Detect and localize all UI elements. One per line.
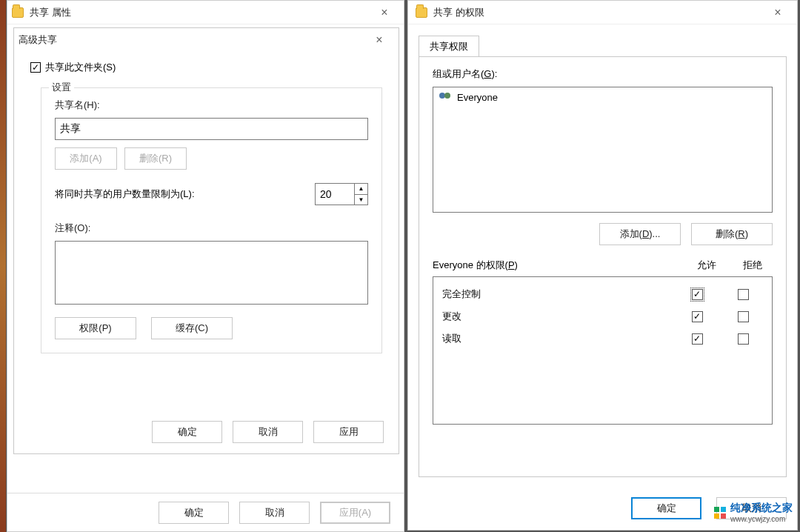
- tab-share-permissions[interactable]: 共享权限: [419, 36, 479, 57]
- watermark-url: www.ycwjzy.com: [730, 515, 793, 523]
- caching-button[interactable]: 缓存(C): [151, 317, 233, 339]
- perm-row-change: 更改: [442, 305, 763, 327]
- permissions-header: Everyone 的权限(P) 允许 拒绝: [433, 259, 773, 272]
- deny-read-checkbox[interactable]: [738, 333, 749, 345]
- deny-change-checkbox[interactable]: [738, 311, 749, 322]
- allow-read-checkbox[interactable]: [692, 333, 703, 345]
- titlebar: 共享 属性 ×: [7, 1, 404, 24]
- adv-apply-button[interactable]: 应用: [313, 421, 384, 443]
- permissions-box: 完全控制 更改 读取: [433, 276, 773, 425]
- tab-strip: 共享权限: [419, 35, 797, 56]
- share-this-folder-label: 共享此文件夹(S): [45, 61, 116, 74]
- col-allow: 允许: [681, 259, 733, 272]
- tab-panel: 组或用户名(G): Everyone 添加(D)... 删除(R) Everyo…: [419, 56, 787, 477]
- group-or-users-label: 组或用户名(G):: [433, 67, 773, 81]
- comment-label: 注释(O):: [55, 222, 368, 235]
- perm-row-read: 读取: [442, 327, 763, 350]
- allow-full-control-checkbox[interactable]: [692, 289, 703, 300]
- close-icon[interactable]: ×: [763, 6, 793, 19]
- watermark: 纯净系统之家 www.ycwjzy.com: [714, 502, 793, 523]
- perm-ok-button[interactable]: 确定: [631, 497, 701, 519]
- watermark-logo-icon: [714, 507, 726, 519]
- share-name-input[interactable]: [55, 118, 368, 140]
- adv-cancel-button[interactable]: 取消: [233, 421, 303, 443]
- close-icon[interactable]: ×: [370, 6, 399, 19]
- folder-icon: [12, 7, 24, 18]
- watermark-brand: 纯净系统之家: [730, 502, 793, 513]
- close-icon[interactable]: ×: [364, 33, 394, 47]
- titlebar: 共享 的权限 ×: [408, 1, 797, 24]
- window-title: 共享 属性: [30, 6, 370, 19]
- spinner-arrows[interactable]: ▲ ▼: [354, 184, 367, 205]
- window-title: 高级共享: [19, 33, 364, 47]
- settings-group: 设置 共享名(H): 添加(A) 删除(R) 将同时共享的用户数量限制为(L):…: [41, 87, 382, 353]
- props-cancel-button[interactable]: 取消: [239, 502, 310, 524]
- adv-ok-button[interactable]: 确定: [152, 421, 222, 443]
- spinner-down-icon[interactable]: ▼: [355, 195, 367, 205]
- props-ok-button[interactable]: 确定: [159, 502, 229, 524]
- comment-textarea[interactable]: [55, 241, 368, 305]
- settings-legend: 设置: [49, 81, 74, 94]
- window-title: 共享 的权限: [433, 6, 763, 19]
- share-this-folder-checkbox[interactable]: [30, 62, 41, 73]
- spinner-up-icon[interactable]: ▲: [355, 184, 367, 195]
- users-listbox[interactable]: Everyone: [433, 87, 773, 213]
- user-limit-spinner[interactable]: ▲ ▼: [315, 183, 368, 205]
- list-item[interactable]: Everyone: [436, 90, 769, 104]
- col-deny: 拒绝: [733, 259, 773, 272]
- sharing-properties-dialog: 共享 属性 × 高级共享 × 共享此文件夹(S) 设置 共享名(H): 添加(A…: [7, 0, 404, 532]
- permissions-for-label: Everyone 的权限(P): [433, 259, 681, 272]
- share-this-folder-row[interactable]: 共享此文件夹(S): [30, 61, 382, 74]
- add-user-button[interactable]: 添加(D)...: [599, 223, 681, 245]
- remove-share-button[interactable]: 删除(R): [124, 147, 187, 170]
- share-name-label: 共享名(H):: [55, 99, 368, 112]
- perm-row-full-control: 完全控制: [442, 283, 763, 305]
- allow-change-checkbox[interactable]: [692, 311, 703, 322]
- user-limit-input[interactable]: [316, 184, 354, 205]
- limit-label: 将同时共享的用户数量限制为(L):: [55, 187, 195, 201]
- desktop-edge: [0, 0, 6, 532]
- advanced-sharing-dialog: 高级共享 × 共享此文件夹(S) 设置 共享名(H): 添加(A) 删除(R) …: [13, 27, 399, 454]
- remove-user-button[interactable]: 删除(R): [691, 223, 773, 245]
- add-share-button[interactable]: 添加(A): [55, 147, 117, 170]
- list-item-label: Everyone: [457, 92, 498, 103]
- titlebar: 高级共享 ×: [14, 28, 399, 52]
- props-apply-button[interactable]: 应用(A): [320, 502, 390, 524]
- folder-icon: [416, 7, 427, 18]
- share-permissions-dialog: 共享 的权限 × 共享权限 组或用户名(G): Everyone 添加(D)..…: [407, 0, 798, 531]
- group-icon: [439, 93, 453, 103]
- deny-full-control-checkbox[interactable]: [738, 289, 749, 300]
- permissions-button[interactable]: 权限(P): [55, 317, 136, 339]
